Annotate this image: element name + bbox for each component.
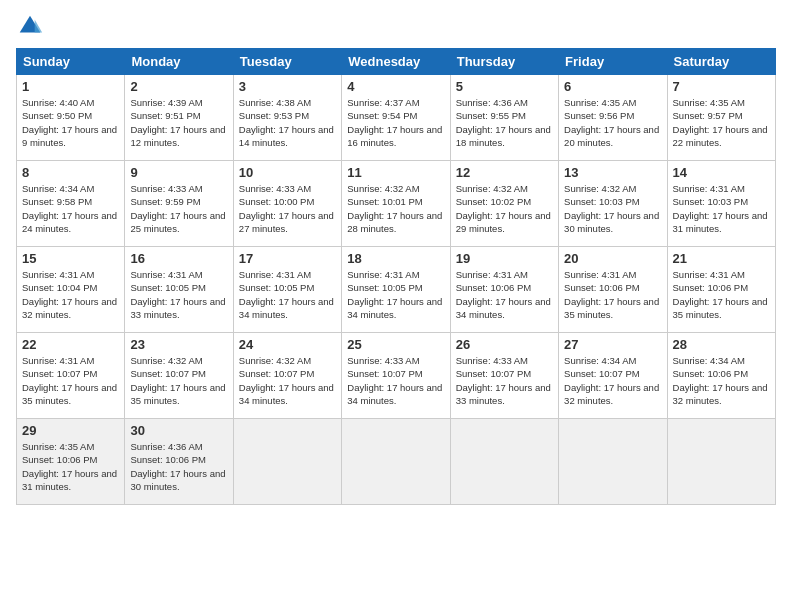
day-number: 18 [347, 251, 444, 266]
day-info: Sunrise: 4:33 AM Sunset: 10:07 PM Daylig… [456, 354, 553, 407]
day-info: Sunrise: 4:31 AM Sunset: 10:06 PM Daylig… [456, 268, 553, 321]
day-number: 16 [130, 251, 227, 266]
day-info: Sunrise: 4:32 AM Sunset: 10:02 PM Daylig… [456, 182, 553, 235]
day-header-tuesday: Tuesday [233, 49, 341, 75]
day-cell: 21 Sunrise: 4:31 AM Sunset: 10:06 PM Day… [667, 247, 775, 333]
day-number: 15 [22, 251, 119, 266]
day-info: Sunrise: 4:39 AM Sunset: 9:51 PM Dayligh… [130, 96, 227, 149]
day-info: Sunrise: 4:31 AM Sunset: 10:03 PM Daylig… [673, 182, 770, 235]
day-number: 20 [564, 251, 661, 266]
day-cell: 15 Sunrise: 4:31 AM Sunset: 10:04 PM Day… [17, 247, 125, 333]
day-info: Sunrise: 4:34 AM Sunset: 10:06 PM Daylig… [673, 354, 770, 407]
day-number: 27 [564, 337, 661, 352]
day-header-saturday: Saturday [667, 49, 775, 75]
week-row-4: 22 Sunrise: 4:31 AM Sunset: 10:07 PM Day… [17, 333, 776, 419]
day-cell: 11 Sunrise: 4:32 AM Sunset: 10:01 PM Day… [342, 161, 450, 247]
day-cell: 2 Sunrise: 4:39 AM Sunset: 9:51 PM Dayli… [125, 75, 233, 161]
day-info: Sunrise: 4:35 AM Sunset: 9:56 PM Dayligh… [564, 96, 661, 149]
day-info: Sunrise: 4:33 AM Sunset: 10:07 PM Daylig… [347, 354, 444, 407]
day-number: 26 [456, 337, 553, 352]
day-number: 23 [130, 337, 227, 352]
day-info: Sunrise: 4:33 AM Sunset: 10:00 PM Daylig… [239, 182, 336, 235]
day-info: Sunrise: 4:31 AM Sunset: 10:04 PM Daylig… [22, 268, 119, 321]
day-header-monday: Monday [125, 49, 233, 75]
day-number: 22 [22, 337, 119, 352]
day-info: Sunrise: 4:31 AM Sunset: 10:06 PM Daylig… [673, 268, 770, 321]
week-row-3: 15 Sunrise: 4:31 AM Sunset: 10:04 PM Day… [17, 247, 776, 333]
day-info: Sunrise: 4:40 AM Sunset: 9:50 PM Dayligh… [22, 96, 119, 149]
day-info: Sunrise: 4:36 AM Sunset: 10:06 PM Daylig… [130, 440, 227, 493]
day-cell: 9 Sunrise: 4:33 AM Sunset: 9:59 PM Dayli… [125, 161, 233, 247]
day-cell: 12 Sunrise: 4:32 AM Sunset: 10:02 PM Day… [450, 161, 558, 247]
day-number: 13 [564, 165, 661, 180]
day-number: 28 [673, 337, 770, 352]
day-cell: 17 Sunrise: 4:31 AM Sunset: 10:05 PM Day… [233, 247, 341, 333]
day-info: Sunrise: 4:32 AM Sunset: 10:01 PM Daylig… [347, 182, 444, 235]
day-cell [450, 419, 558, 505]
week-row-2: 8 Sunrise: 4:34 AM Sunset: 9:58 PM Dayli… [17, 161, 776, 247]
day-cell [667, 419, 775, 505]
day-cell: 30 Sunrise: 4:36 AM Sunset: 10:06 PM Day… [125, 419, 233, 505]
day-info: Sunrise: 4:35 AM Sunset: 9:57 PM Dayligh… [673, 96, 770, 149]
day-number: 11 [347, 165, 444, 180]
day-cell: 8 Sunrise: 4:34 AM Sunset: 9:58 PM Dayli… [17, 161, 125, 247]
day-header-wednesday: Wednesday [342, 49, 450, 75]
day-cell: 22 Sunrise: 4:31 AM Sunset: 10:07 PM Day… [17, 333, 125, 419]
day-info: Sunrise: 4:31 AM Sunset: 10:05 PM Daylig… [130, 268, 227, 321]
header [16, 12, 776, 40]
week-row-1: 1 Sunrise: 4:40 AM Sunset: 9:50 PM Dayli… [17, 75, 776, 161]
day-cell: 5 Sunrise: 4:36 AM Sunset: 9:55 PM Dayli… [450, 75, 558, 161]
day-cell: 25 Sunrise: 4:33 AM Sunset: 10:07 PM Day… [342, 333, 450, 419]
day-cell: 24 Sunrise: 4:32 AM Sunset: 10:07 PM Day… [233, 333, 341, 419]
day-cell: 16 Sunrise: 4:31 AM Sunset: 10:05 PM Day… [125, 247, 233, 333]
logo-icon [16, 12, 44, 40]
day-cell [342, 419, 450, 505]
day-number: 9 [130, 165, 227, 180]
day-header-sunday: Sunday [17, 49, 125, 75]
day-number: 12 [456, 165, 553, 180]
calendar-table: SundayMondayTuesdayWednesdayThursdayFrid… [16, 48, 776, 505]
day-cell: 19 Sunrise: 4:31 AM Sunset: 10:06 PM Day… [450, 247, 558, 333]
header-row: SundayMondayTuesdayWednesdayThursdayFrid… [17, 49, 776, 75]
day-info: Sunrise: 4:33 AM Sunset: 9:59 PM Dayligh… [130, 182, 227, 235]
day-cell: 27 Sunrise: 4:34 AM Sunset: 10:07 PM Day… [559, 333, 667, 419]
day-number: 1 [22, 79, 119, 94]
day-number: 3 [239, 79, 336, 94]
day-cell: 3 Sunrise: 4:38 AM Sunset: 9:53 PM Dayli… [233, 75, 341, 161]
day-number: 17 [239, 251, 336, 266]
day-info: Sunrise: 4:31 AM Sunset: 10:06 PM Daylig… [564, 268, 661, 321]
logo [16, 12, 48, 40]
day-cell: 10 Sunrise: 4:33 AM Sunset: 10:00 PM Day… [233, 161, 341, 247]
day-number: 6 [564, 79, 661, 94]
day-info: Sunrise: 4:35 AM Sunset: 10:06 PM Daylig… [22, 440, 119, 493]
day-number: 21 [673, 251, 770, 266]
day-info: Sunrise: 4:38 AM Sunset: 9:53 PM Dayligh… [239, 96, 336, 149]
day-number: 24 [239, 337, 336, 352]
day-cell: 18 Sunrise: 4:31 AM Sunset: 10:05 PM Day… [342, 247, 450, 333]
day-number: 10 [239, 165, 336, 180]
day-number: 8 [22, 165, 119, 180]
day-header-thursday: Thursday [450, 49, 558, 75]
day-cell: 14 Sunrise: 4:31 AM Sunset: 10:03 PM Day… [667, 161, 775, 247]
day-info: Sunrise: 4:31 AM Sunset: 10:05 PM Daylig… [239, 268, 336, 321]
day-number: 5 [456, 79, 553, 94]
day-info: Sunrise: 4:34 AM Sunset: 9:58 PM Dayligh… [22, 182, 119, 235]
day-cell: 29 Sunrise: 4:35 AM Sunset: 10:06 PM Day… [17, 419, 125, 505]
day-number: 7 [673, 79, 770, 94]
day-cell [559, 419, 667, 505]
day-cell: 1 Sunrise: 4:40 AM Sunset: 9:50 PM Dayli… [17, 75, 125, 161]
day-info: Sunrise: 4:32 AM Sunset: 10:03 PM Daylig… [564, 182, 661, 235]
day-number: 14 [673, 165, 770, 180]
day-info: Sunrise: 4:31 AM Sunset: 10:05 PM Daylig… [347, 268, 444, 321]
day-number: 30 [130, 423, 227, 438]
day-header-friday: Friday [559, 49, 667, 75]
day-info: Sunrise: 4:31 AM Sunset: 10:07 PM Daylig… [22, 354, 119, 407]
day-cell: 4 Sunrise: 4:37 AM Sunset: 9:54 PM Dayli… [342, 75, 450, 161]
day-number: 4 [347, 79, 444, 94]
week-row-5: 29 Sunrise: 4:35 AM Sunset: 10:06 PM Day… [17, 419, 776, 505]
day-number: 25 [347, 337, 444, 352]
day-number: 2 [130, 79, 227, 94]
day-info: Sunrise: 4:37 AM Sunset: 9:54 PM Dayligh… [347, 96, 444, 149]
day-cell: 20 Sunrise: 4:31 AM Sunset: 10:06 PM Day… [559, 247, 667, 333]
day-info: Sunrise: 4:36 AM Sunset: 9:55 PM Dayligh… [456, 96, 553, 149]
